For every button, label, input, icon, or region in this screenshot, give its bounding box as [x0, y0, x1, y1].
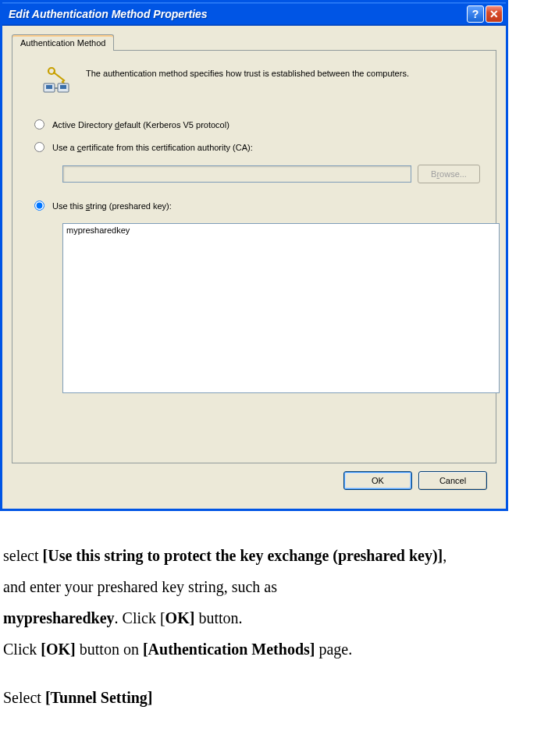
- instruction-text: select [Use this string to protect the k…: [0, 511, 555, 722]
- spacer: [3, 665, 552, 683]
- svg-rect-4: [60, 85, 66, 89]
- radio-preshared[interactable]: [34, 201, 44, 211]
- close-button[interactable]: ✕: [486, 5, 503, 23]
- radio-row-ad-default: Active Directory default (Kerberos V5 pr…: [34, 119, 480, 130]
- radio-ad-default-label[interactable]: Active Directory default (Kerberos V5 pr…: [52, 120, 229, 130]
- ok-button[interactable]: OK: [343, 471, 412, 490]
- window-title: Edit Authentication Method Properties: [9, 8, 208, 20]
- instruction-line-5: Select [Tunnel Setting]: [3, 683, 552, 712]
- titlebar: Edit Authentication Method Properties ? …: [2, 2, 506, 26]
- cancel-button[interactable]: Cancel: [418, 471, 487, 490]
- ca-input: [62, 165, 411, 183]
- dialog-window: Edit Authentication Method Properties ? …: [0, 0, 508, 511]
- browse-button: Browse...: [418, 165, 480, 183]
- psk-textarea-wrap: mypresharedkey: [62, 223, 480, 395]
- radio-group: Active Directory default (Kerberos V5 pr…: [34, 119, 480, 395]
- instruction-line-3: mypresharedkey. Click [OK] button.: [3, 603, 552, 633]
- tab-authentication-method[interactable]: Authentication Method: [12, 34, 114, 51]
- svg-rect-2: [46, 85, 52, 89]
- psk-textarea[interactable]: mypresharedkey: [62, 223, 500, 393]
- radio-row-preshared: Use this string (preshared key):: [34, 201, 480, 211]
- instruction-line-2: and enter your preshared key string, suc…: [3, 572, 552, 602]
- network-key-icon: [41, 66, 72, 98]
- dialog-footer: OK Cancel: [12, 463, 496, 499]
- tab-header: Authentication Method: [12, 34, 496, 50]
- instruction-line-4: Click [OK] button on [Authentication Met…: [3, 634, 552, 664]
- help-icon: ?: [472, 8, 479, 20]
- radio-row-certificate: Use a certificate from this certificatio…: [34, 142, 480, 152]
- close-icon: ✕: [489, 8, 499, 20]
- radio-preshared-label[interactable]: Use this string (preshared key):: [52, 201, 172, 211]
- titlebar-buttons: ? ✕: [467, 5, 503, 23]
- instruction-line-1: select [Use this string to protect the k…: [3, 541, 552, 570]
- radio-ad-default[interactable]: [34, 119, 44, 130]
- help-button[interactable]: ?: [467, 5, 484, 23]
- info-text: The authentication method specifies how …: [86, 66, 409, 80]
- radio-certificate-label[interactable]: Use a certificate from this certificatio…: [52, 143, 253, 152]
- ca-row: Browse...: [62, 165, 480, 183]
- dialog-body: Authentication Method The authentication…: [2, 26, 506, 509]
- tab-panel: The authentication method specifies how …: [12, 50, 496, 463]
- info-row: The authentication method specifies how …: [41, 66, 480, 98]
- radio-certificate[interactable]: [34, 142, 44, 152]
